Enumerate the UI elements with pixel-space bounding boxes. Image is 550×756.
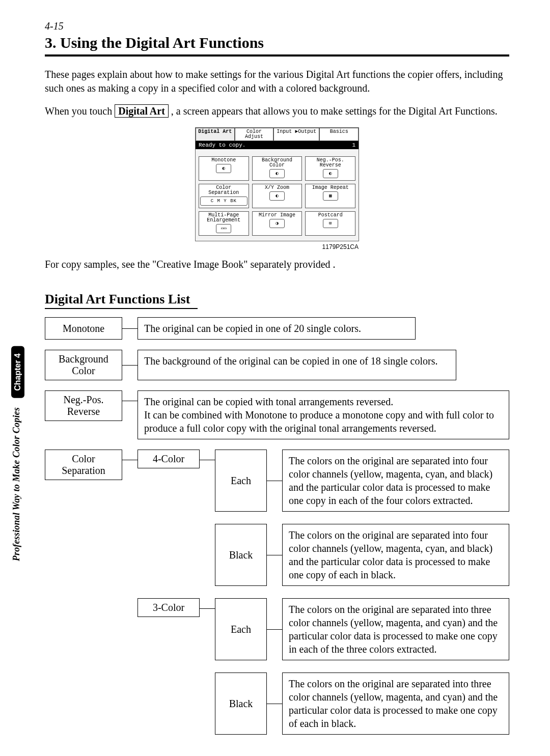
screen-btn-colorsep[interactable]: Color Separation C M Y BK xyxy=(199,184,249,208)
list-heading: Digital Art Functions List xyxy=(45,292,509,307)
rule xyxy=(45,54,509,57)
row-monotone: Monotone The original can be copied in o… xyxy=(45,317,509,340)
desc-4color-each: The colors on the original are separated… xyxy=(282,450,509,512)
screen-btn-imagerepeat[interactable]: Image Repeat▦ xyxy=(305,184,355,208)
functions-list: Monotone The original can be copied in o… xyxy=(45,317,509,735)
sub-rule xyxy=(45,308,198,309)
side-tab: Chapter 4 Professional Way to Make Color… xyxy=(11,346,28,550)
desc-bgcolor: The background of the original can be co… xyxy=(138,350,456,380)
desc-3color-each: The colors on the original are separated… xyxy=(282,598,509,660)
intro-paragraph-1: These pages explain about how to make se… xyxy=(45,68,509,95)
desc-3color-black: The colors on the original are separated… xyxy=(282,673,509,735)
intro-paragraph-2: When you touch Digital Art , a screen ap… xyxy=(45,104,509,118)
negpos-icon: ◐ xyxy=(323,169,338,178)
row-3color-each: Each The colors on the original are sepa… xyxy=(215,598,509,660)
copier-screen: Digital Art Color Adjust Input ►Output B… xyxy=(195,127,359,241)
label: Color Separation xyxy=(208,185,239,195)
connector xyxy=(267,524,282,586)
connector xyxy=(122,390,138,411)
label: Image Repeat xyxy=(312,185,349,190)
label: Mirror Image xyxy=(259,212,295,218)
desc-monotone: The original can be copied in one of 20 … xyxy=(138,317,416,340)
label: Postcard xyxy=(318,212,343,218)
page-number: 4-15 xyxy=(45,20,509,32)
screen-btn-multipage[interactable]: Multi-Page Enlargement▭▭ xyxy=(199,211,249,236)
row-bgcolor: BackgroundColor The background of the or… xyxy=(45,350,509,380)
label-black: Black xyxy=(215,524,267,586)
label: Background Color xyxy=(262,157,292,168)
connector xyxy=(200,450,215,470)
screen-figure: Digital Art Color Adjust Input ►Output B… xyxy=(45,127,509,241)
row-4color-each: Each The colors on the original are sepa… xyxy=(215,450,509,512)
chapter-label: Chapter 4 xyxy=(11,346,24,398)
label-3color: 3-Color xyxy=(138,598,200,617)
connector xyxy=(122,350,138,380)
colorsep-icon: C M Y BK xyxy=(200,197,248,206)
tab-basics[interactable]: Basics xyxy=(319,128,359,141)
label: X/Y Zoom xyxy=(265,185,289,190)
label-negpos: Neg.-Pos.Reverse xyxy=(45,390,122,421)
mirror-icon: ◑ xyxy=(269,219,285,228)
screen-btn-xyzoom[interactable]: X/Y Zoom◐ xyxy=(252,184,302,208)
figure-code: 1179P251CA xyxy=(196,243,359,250)
label: Neg.-Pos. Reverse xyxy=(317,157,344,168)
label-each: Each xyxy=(215,450,267,512)
status-count: 1 xyxy=(352,142,355,148)
screen-btn-mirror[interactable]: Mirror Image◑ xyxy=(252,211,302,236)
row-3color-black: Black The colors on the original are sep… xyxy=(215,673,509,735)
tab-input-output[interactable]: Input ►Output xyxy=(273,128,319,141)
connector xyxy=(267,598,282,660)
tab-color-adjust[interactable]: Color Adjust xyxy=(235,128,274,141)
connector xyxy=(267,673,282,735)
label-each: Each xyxy=(215,598,267,660)
label-colorsep: ColorSeparation xyxy=(45,450,122,480)
status-bar: Ready to copy. 1 xyxy=(196,141,359,149)
branch-3color: 3-Color Each The colors on the original … xyxy=(138,598,509,735)
postcard-icon: ⊞ xyxy=(323,219,338,228)
repeat-icon: ▦ xyxy=(323,191,338,201)
row-colorsep: ColorSeparation 4-Color Each The colors … xyxy=(45,450,509,735)
branch-4color: 4-Color Each The colors on the original … xyxy=(138,450,509,586)
screen-btn-postcard[interactable]: Postcard⊞ xyxy=(305,211,355,236)
connector xyxy=(122,450,138,470)
label-bgcolor: BackgroundColor xyxy=(45,350,122,380)
screen-btn-negpos[interactable]: Neg.-Pos. Reverse◐ xyxy=(305,156,355,181)
connector xyxy=(122,317,138,340)
intro-text-a: When you touch xyxy=(45,105,115,117)
connector xyxy=(200,598,215,619)
desc-4color-black: The colors on the original are separated… xyxy=(282,524,509,586)
multipage-icon: ▭▭ xyxy=(216,224,231,233)
tab-digital-art[interactable]: Digital Art xyxy=(196,128,235,141)
label: Monotone xyxy=(211,157,236,163)
label-4color: 4-Color xyxy=(138,450,200,468)
bgcolor-icon: ◐ xyxy=(269,169,285,178)
label-black: Black xyxy=(215,673,267,735)
monotone-icon: ◐ xyxy=(216,164,231,173)
label-monotone: Monotone xyxy=(45,317,122,340)
connector xyxy=(267,450,282,512)
status-text: Ready to copy. xyxy=(199,142,245,148)
intro-text-b: , a screen appears that allows you to ma… xyxy=(171,105,498,117)
section-title: 3. Using the Digital Art Functions xyxy=(45,34,509,51)
screen-btn-bgcolor[interactable]: Background Color◐ xyxy=(252,156,302,181)
after-figure-text: For copy samples, see the "Creative Imag… xyxy=(45,258,509,271)
screen-btn-monotone[interactable]: Monotone◐ xyxy=(199,156,249,181)
digital-art-button-label: Digital Art xyxy=(115,104,169,118)
row-4color-black: Black The colors on the original are sep… xyxy=(215,524,509,586)
xyzoom-icon: ◐ xyxy=(269,191,285,201)
desc-negpos: The original can be copied with tonal ar… xyxy=(138,390,509,439)
row-negpos: Neg.-Pos.Reverse The original can be cop… xyxy=(45,390,509,439)
chapter-caption: Professional Way to Make Color Copies xyxy=(11,407,22,561)
label: Multi-Page Enlargement xyxy=(207,212,240,223)
